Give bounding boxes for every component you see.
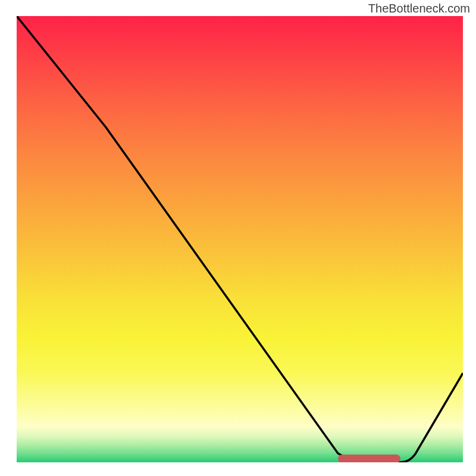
plot-area [17, 16, 463, 462]
attribution-text: TheBottleneck.com [0, 0, 476, 16]
chart-container: TheBottleneck.com [0, 0, 476, 476]
x-axis-gutter [17, 462, 463, 476]
optimal-range-marker [338, 455, 400, 463]
bottleneck-curve-path [17, 16, 463, 462]
y-axis-gutter [0, 16, 17, 476]
curve-svg [17, 16, 463, 462]
